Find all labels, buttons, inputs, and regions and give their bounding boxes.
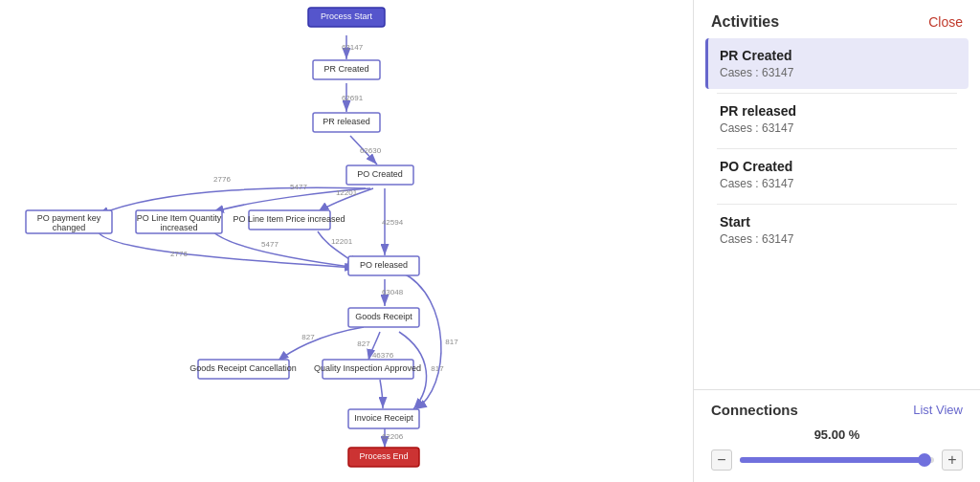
activity-cases-pr-released: Cases : 63147 (720, 121, 957, 135)
node-text-invoice: Invoice Receipt (354, 413, 413, 423)
node-text-pr-created: PR Created (323, 64, 368, 74)
edge-label-827b: 827 (357, 340, 370, 348)
edge-label-42594: 42594 (382, 218, 404, 227)
edge-label-po-payment: 2776 (213, 175, 231, 184)
activity-name-start: Start (720, 214, 957, 230)
activity-cases-start: Cases : 63147 (720, 232, 957, 246)
slider-plus-button[interactable]: + (942, 449, 963, 471)
activity-item-pr-released[interactable]: PR released Cases : 63147 (705, 94, 969, 144)
activity-item-pr-created[interactable]: PR Created Cases : 63147 (705, 38, 969, 89)
edge-label-62206: 62206 (382, 432, 404, 441)
activity-name-pr-created: PR Created (720, 48, 957, 63)
edge-goods-cancel (278, 327, 364, 362)
activity-cases-po-created: Cases : 63147 (720, 177, 957, 190)
node-text-po-released: PO released (360, 260, 408, 270)
connections-header: Connections List View (711, 402, 963, 418)
edge-label-5477b: 5477 (261, 240, 278, 249)
edge-label-pr: 62691 (342, 94, 364, 102)
diagram-area: 63147 62691 62630 2776 5477 12201 42594 … (0, 0, 693, 482)
edge-quality-invoice (380, 380, 383, 408)
node-text-po-line-qty-1: PO Line Item Quantity (137, 213, 222, 223)
activities-title: Activities (711, 13, 779, 31)
edge-po-released-invoice (402, 273, 441, 409)
activity-item-po-created[interactable]: PO Created Cases : 63147 (705, 149, 969, 200)
slider-thumb[interactable] (918, 453, 931, 467)
edge-label-po-qty: 5477 (290, 183, 307, 191)
connections-title: Connections (711, 402, 798, 418)
activities-list: PR Created Cases : 63147 PR released Cas… (694, 38, 980, 389)
slider-fill (740, 457, 924, 463)
node-text-goods-cancel: Goods Receipt Cancellation (189, 363, 297, 373)
list-view-button[interactable]: List View (913, 403, 963, 417)
node-text-goods-receipt: Goods Receipt (355, 312, 412, 321)
activity-name-po-created: PO Created (720, 159, 957, 174)
edge-label-start-pr: 63147 (342, 43, 364, 52)
node-text-pr-released: PR released (323, 117, 370, 126)
edge-label-63048: 63048 (382, 288, 404, 296)
panel-header: Activities Close (694, 0, 980, 38)
edge-label-827a: 827 (301, 333, 315, 341)
node-text-quality: Quality Inspection Approved (314, 363, 421, 373)
slider-track[interactable] (740, 457, 934, 463)
activity-item-start[interactable]: Start Cases : 63147 (705, 205, 969, 255)
node-text-po-created: PO Created (357, 169, 403, 179)
node-text-process-end: Process End (359, 451, 408, 461)
connections-section: Connections List View 95.00 % − + (694, 389, 980, 482)
edge-label-817b: 817 (445, 338, 458, 346)
percent-label: 95.00 % (711, 427, 963, 442)
node-text-po-payment-2: changed (53, 223, 86, 232)
node-text-po-payment-1: PO payment key (37, 213, 101, 223)
node-text-po-line-qty-2: increased (160, 223, 197, 232)
activity-cases-pr-created: Cases : 63147 (720, 66, 957, 79)
edge-label-pr-released: 62630 (360, 146, 382, 155)
node-text-process-start: Process Start (321, 11, 373, 21)
activity-name-pr-released: PR released (720, 103, 957, 119)
edge-label-817a: 817 (431, 364, 444, 373)
edge-label-po-price: 12201 (336, 188, 358, 197)
node-text-po-line-price: PO Line Item Price increased (233, 214, 345, 224)
close-button[interactable]: Close (928, 14, 963, 30)
edge-label-2776b: 2776 (170, 250, 188, 258)
slider-container: − + (711, 449, 963, 471)
right-panel: Activities Close PR Created Cases : 6314… (693, 0, 980, 482)
edge-label-12201b: 12201 (331, 237, 353, 246)
edge-label-quality-top: 46376 (372, 351, 394, 360)
slider-minus-button[interactable]: − (711, 449, 732, 471)
